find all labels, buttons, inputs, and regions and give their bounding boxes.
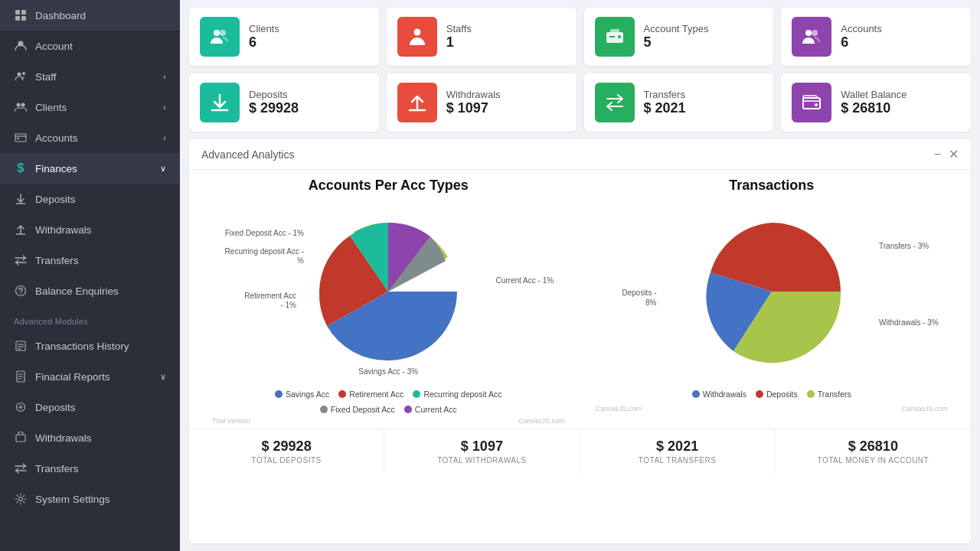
sidebar-item-withdrawals[interactable]: Withdrawals <box>0 214 180 245</box>
analytics-title: Advanced Analytics <box>201 148 294 161</box>
legend2-dot-deposits <box>756 390 763 398</box>
sidebar-item-balance-enquiries[interactable]: Balance Enquiries <box>0 276 180 306</box>
deposits-icon <box>14 192 28 206</box>
analytics-header: Advanced Analytics − ✕ <box>189 139 971 170</box>
svg-rect-31 <box>610 29 619 33</box>
total-withdrawals-label: TOTAL WITHDRAWALS <box>437 456 526 465</box>
legend-savings: Savings Acc <box>275 390 329 399</box>
deposits-label: Deposits <box>35 194 76 205</box>
charts-container: Accounts Per Acc Types Fixed Deposit Acc… <box>189 170 971 429</box>
sidebar-item-transfers-sub[interactable]: Transfers <box>0 453 180 484</box>
advanced-modules-label: Advanced Modules <box>0 306 180 331</box>
close-button[interactable]: ✕ <box>949 147 959 161</box>
svg-rect-2 <box>15 16 20 21</box>
transactions-history-icon <box>14 339 28 353</box>
sidebar-item-finances[interactable]: $ Finances ∨ <box>0 153 180 184</box>
chart1-title: Accounts Per Acc Types <box>309 178 469 194</box>
totals-bar: $ 29928 TOTAL DEPOSITS $ 1097 TOTAL WITH… <box>189 429 971 474</box>
total-money-account-amount: $ 26810 <box>848 439 898 455</box>
total-withdrawals: $ 1097 TOTAL WITHDRAWALS <box>384 429 580 474</box>
withdrawals-stat-label: Withdrawals <box>446 89 501 100</box>
stats-grid: Clients 6 Staffs 1 <box>180 0 980 139</box>
legend-retirement: Retirement Acc <box>338 390 403 399</box>
svg-point-28 <box>220 30 226 36</box>
stat-card-accounts: Accounts 6 <box>781 8 971 66</box>
transfers-sub-icon <box>14 461 28 475</box>
svg-point-27 <box>214 30 220 36</box>
dashboard-icon <box>14 8 28 22</box>
total-withdrawals-amount: $ 1097 <box>461 439 503 455</box>
chart2-title: Transactions <box>729 178 814 194</box>
sidebar-item-transfers[interactable]: Transfers <box>0 245 180 276</box>
accounts-stat-value: 6 <box>841 34 881 51</box>
deposits-sub-label: Deposits <box>35 402 76 413</box>
sidebar-item-dashboard[interactable]: Dashboard <box>0 0 180 31</box>
svg-point-35 <box>812 30 818 36</box>
chart2-area: Deposits -8% Transfers - 3% Withdrawals … <box>588 200 956 383</box>
svg-rect-0 <box>15 10 20 15</box>
legend-label-savings: Savings Acc <box>286 390 329 399</box>
chart1-label-recurring: Recurring deposit Acc -% <box>204 247 304 266</box>
analytics-section: Advanced Analytics − ✕ Accounts Per Acc … <box>189 139 971 543</box>
total-money-account-label: TOTAL MONEY IN ACCOUNT <box>818 456 929 465</box>
sidebar-item-clients[interactable]: Clients ‹ <box>0 92 180 122</box>
staffs-stat-label: Staffs <box>446 23 472 34</box>
sidebar-item-system-settings[interactable]: System Settings <box>0 484 180 514</box>
legend-label-recurring: Recurring deposit Acc <box>423 390 501 399</box>
chart1-label-retirement: Retirement Acc- 1% <box>212 292 296 310</box>
sidebar-item-transactions-history[interactable]: Transactions History <box>0 331 180 361</box>
legend-fixed: Fixed Deposit Acc <box>320 405 395 414</box>
sidebar-item-account[interactable]: Account <box>0 31 180 61</box>
balance-enquiries-icon <box>14 284 28 298</box>
sidebar-item-staff[interactable]: Staff ‹ <box>0 61 180 92</box>
transfers-stat-icon <box>595 83 635 122</box>
clients-icon <box>14 100 28 114</box>
accounts-stat-label: Accounts <box>841 23 881 34</box>
accounts-stat-icon <box>792 17 831 57</box>
system-settings-label: System Settings <box>35 494 110 505</box>
chart2-canvasjs: CanvasJS.com <box>901 405 948 412</box>
sidebar-item-withdrawals-sub[interactable]: Withdrawals <box>0 422 180 453</box>
clients-chevron: ‹ <box>163 103 166 112</box>
svg-point-15 <box>20 293 21 294</box>
legend-dot-fixed <box>320 406 328 413</box>
sidebar-item-accounts[interactable]: Accounts ‹ <box>0 122 180 153</box>
legend-label-fixed: Fixed Deposit Acc <box>331 405 395 414</box>
chart2-trial-watermark: CanvasJS.com <box>596 405 642 412</box>
stat-card-deposits: Deposits $ 29928 <box>189 73 379 132</box>
financial-reports-icon <box>14 370 28 383</box>
legend2-deposits: Deposits <box>756 390 798 399</box>
svg-rect-11 <box>17 138 19 139</box>
sidebar: Dashboard Account Staff ‹ <box>0 0 180 551</box>
svg-point-7 <box>17 103 21 107</box>
accounts-stat-info: Accounts 6 <box>841 23 881 51</box>
account-types-stat-icon <box>595 17 635 57</box>
stat-card-account-types: Account Types 5 <box>584 8 774 66</box>
total-deposits: $ 29928 TOTAL DEPOSITS <box>189 429 384 474</box>
deposits-stat-label: Deposits <box>249 89 299 100</box>
sidebar-item-deposits[interactable]: Deposits <box>0 184 180 214</box>
chart1-legend-row2: Fixed Deposit Acc Current Acc <box>320 405 457 414</box>
balance-enquiries-label: Balance Enquiries <box>35 285 119 297</box>
chart1-label-current: Current Acc - 1% <box>496 276 573 285</box>
total-money-account: $ 26810 TOTAL MONEY IN ACCOUNT <box>776 429 971 474</box>
dashboard-label: Dashboard <box>35 10 86 21</box>
stat-card-transfers: Transfers $ 2021 <box>584 73 774 132</box>
total-transfers-label: TOTAL TRANSFERS <box>639 456 717 465</box>
deposits-stat-icon <box>200 83 240 122</box>
minimize-button[interactable]: − <box>934 147 941 161</box>
chart2-label-deposits: Deposits -8% <box>588 288 657 308</box>
chart1-watermark: Trial Version <box>212 417 250 425</box>
sidebar-item-financial-reports[interactable]: Finacial Reports ∨ <box>0 361 180 392</box>
svg-point-8 <box>21 103 25 107</box>
withdrawals-stat-icon <box>397 83 437 122</box>
clients-label: Clients <box>35 102 67 113</box>
transfers-label: Transfers <box>35 255 79 266</box>
svg-point-14 <box>16 286 26 296</box>
total-deposits-label: TOTAL DEPOSITS <box>251 456 321 465</box>
wallet-stat-info: Wallet Balance $ 26810 <box>841 89 906 116</box>
sidebar-item-deposits-sub[interactable]: Deposits <box>0 392 180 422</box>
svg-point-33 <box>618 35 621 38</box>
chart2-legend: Withdrawals Deposits Transfers <box>692 390 851 399</box>
withdrawals-sub-icon <box>14 431 28 445</box>
